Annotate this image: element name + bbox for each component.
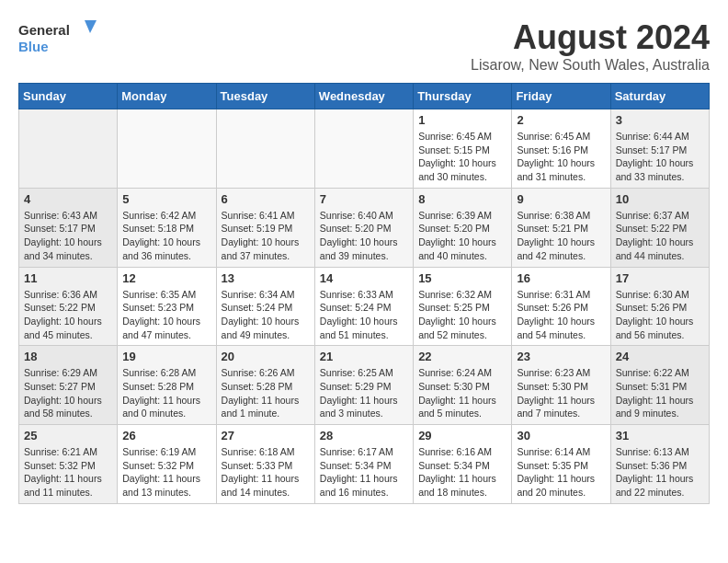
day-number: 17 — [616, 271, 704, 285]
title-section: August 2024 Lisarow, New South Wales, Au… — [471, 18, 710, 74]
subtitle: Lisarow, New South Wales, Australia — [471, 57, 710, 74]
week-row-2: 4Sunrise: 6:43 AMSunset: 5:17 PMDaylight… — [19, 188, 710, 267]
day-content: Sunrise: 6:16 AMSunset: 5:34 PMDaylight:… — [418, 445, 506, 500]
day-number: 29 — [418, 429, 506, 442]
day-number: 23 — [517, 350, 605, 363]
day-content: Sunrise: 6:26 AMSunset: 5:28 PMDaylight:… — [222, 366, 310, 420]
day-number: 2 — [517, 113, 605, 127]
day-content: Sunrise: 6:38 AMSunset: 5:21 PMDaylight:… — [517, 209, 605, 263]
day-number: 31 — [616, 429, 704, 442]
table-cell: 20Sunrise: 6:26 AMSunset: 5:28 PMDayligh… — [216, 346, 314, 425]
table-cell: 27Sunrise: 6:18 AMSunset: 5:33 PMDayligh… — [216, 425, 314, 504]
day-number: 1 — [418, 113, 506, 127]
day-number: 8 — [418, 192, 506, 206]
table-cell: 18Sunrise: 6:29 AMSunset: 5:27 PMDayligh… — [19, 346, 118, 425]
day-number: 16 — [517, 271, 605, 285]
day-number: 21 — [320, 350, 408, 363]
table-cell: 15Sunrise: 6:32 AMSunset: 5:25 PMDayligh… — [414, 267, 512, 346]
table-cell: 12Sunrise: 6:35 AMSunset: 5:23 PMDayligh… — [118, 267, 216, 346]
day-content: Sunrise: 6:13 AMSunset: 5:36 PMDaylight:… — [616, 445, 704, 500]
day-content: Sunrise: 6:40 AMSunset: 5:20 PMDaylight:… — [320, 209, 408, 263]
day-number: 28 — [320, 429, 408, 442]
table-cell: 17Sunrise: 6:30 AMSunset: 5:26 PMDayligh… — [610, 267, 709, 346]
day-content: Sunrise: 6:22 AMSunset: 5:31 PMDaylight:… — [616, 366, 704, 420]
day-number: 25 — [24, 429, 112, 442]
logo: General Blue — [18, 18, 101, 60]
calendar-header: SundayMondayTuesdayWednesdayThursdayFrid… — [19, 84, 710, 109]
day-content: Sunrise: 6:44 AMSunset: 5:17 PMDaylight:… — [616, 130, 704, 184]
week-row-1: 1Sunrise: 6:45 AMSunset: 5:15 PMDaylight… — [19, 109, 710, 189]
day-number: 12 — [122, 271, 210, 285]
day-number: 24 — [616, 350, 704, 363]
day-content: Sunrise: 6:36 AMSunset: 5:22 PMDaylight:… — [24, 288, 112, 342]
svg-marker-2 — [85, 20, 97, 33]
day-number: 7 — [320, 192, 408, 206]
table-cell: 10Sunrise: 6:37 AMSunset: 5:22 PMDayligh… — [610, 188, 709, 267]
day-content: Sunrise: 6:45 AMSunset: 5:16 PMDaylight:… — [517, 130, 605, 184]
day-number: 18 — [24, 350, 112, 363]
table-cell: 1Sunrise: 6:45 AMSunset: 5:15 PMDaylight… — [414, 109, 512, 189]
weekday-header-row: SundayMondayTuesdayWednesdayThursdayFrid… — [19, 84, 710, 109]
calendar-table: SundayMondayTuesdayWednesdayThursdayFrid… — [18, 83, 710, 504]
day-content: Sunrise: 6:39 AMSunset: 5:20 PMDaylight:… — [418, 209, 506, 263]
table-cell: 14Sunrise: 6:33 AMSunset: 5:24 PMDayligh… — [314, 267, 413, 346]
table-cell: 22Sunrise: 6:24 AMSunset: 5:30 PMDayligh… — [414, 346, 512, 425]
day-content: Sunrise: 6:37 AMSunset: 5:22 PMDaylight:… — [616, 209, 704, 263]
day-content: Sunrise: 6:45 AMSunset: 5:15 PMDaylight:… — [418, 130, 506, 184]
day-content: Sunrise: 6:31 AMSunset: 5:26 PMDaylight:… — [517, 288, 605, 342]
day-content: Sunrise: 6:43 AMSunset: 5:17 PMDaylight:… — [24, 209, 112, 263]
weekday-thursday: Thursday — [414, 84, 512, 109]
table-cell — [216, 109, 314, 189]
day-content: Sunrise: 6:21 AMSunset: 5:32 PMDaylight:… — [24, 445, 112, 500]
day-number: 4 — [24, 192, 112, 206]
day-number: 15 — [418, 271, 506, 285]
calendar-body: 1Sunrise: 6:45 AMSunset: 5:15 PMDaylight… — [19, 109, 710, 504]
table-cell: 2Sunrise: 6:45 AMSunset: 5:16 PMDaylight… — [512, 109, 610, 189]
day-content: Sunrise: 6:32 AMSunset: 5:25 PMDaylight:… — [418, 288, 506, 342]
table-cell: 7Sunrise: 6:40 AMSunset: 5:20 PMDaylight… — [314, 188, 413, 267]
day-content: Sunrise: 6:29 AMSunset: 5:27 PMDaylight:… — [24, 366, 112, 420]
day-content: Sunrise: 6:24 AMSunset: 5:30 PMDaylight:… — [418, 366, 506, 420]
day-content: Sunrise: 6:17 AMSunset: 5:34 PMDaylight:… — [320, 445, 408, 500]
day-content: Sunrise: 6:19 AMSunset: 5:32 PMDaylight:… — [122, 445, 210, 500]
table-cell: 11Sunrise: 6:36 AMSunset: 5:22 PMDayligh… — [19, 267, 118, 346]
day-content: Sunrise: 6:41 AMSunset: 5:19 PMDaylight:… — [222, 209, 310, 263]
table-cell: 8Sunrise: 6:39 AMSunset: 5:20 PMDaylight… — [414, 188, 512, 267]
day-number: 20 — [222, 350, 310, 363]
day-content: Sunrise: 6:28 AMSunset: 5:28 PMDaylight:… — [122, 366, 210, 420]
day-content: Sunrise: 6:25 AMSunset: 5:29 PMDaylight:… — [320, 366, 408, 420]
logo-svg: General Blue — [18, 18, 101, 60]
weekday-monday: Monday — [118, 84, 216, 109]
day-number: 26 — [122, 429, 210, 442]
table-cell: 16Sunrise: 6:31 AMSunset: 5:26 PMDayligh… — [512, 267, 610, 346]
table-cell: 9Sunrise: 6:38 AMSunset: 5:21 PMDaylight… — [512, 188, 610, 267]
day-content: Sunrise: 6:14 AMSunset: 5:35 PMDaylight:… — [517, 445, 605, 500]
day-content: Sunrise: 6:23 AMSunset: 5:30 PMDaylight:… — [517, 366, 605, 420]
table-cell: 19Sunrise: 6:28 AMSunset: 5:28 PMDayligh… — [118, 346, 216, 425]
week-row-5: 25Sunrise: 6:21 AMSunset: 5:32 PMDayligh… — [19, 425, 710, 504]
week-row-3: 11Sunrise: 6:36 AMSunset: 5:22 PMDayligh… — [19, 267, 710, 346]
day-number: 6 — [222, 192, 310, 206]
day-content: Sunrise: 6:33 AMSunset: 5:24 PMDaylight:… — [320, 288, 408, 342]
day-number: 9 — [517, 192, 605, 206]
table-cell: 26Sunrise: 6:19 AMSunset: 5:32 PMDayligh… — [118, 425, 216, 504]
table-cell: 23Sunrise: 6:23 AMSunset: 5:30 PMDayligh… — [512, 346, 610, 425]
table-cell — [19, 109, 118, 189]
day-number: 10 — [616, 192, 704, 206]
weekday-friday: Friday — [512, 84, 610, 109]
day-number: 30 — [517, 429, 605, 442]
day-content: Sunrise: 6:18 AMSunset: 5:33 PMDaylight:… — [222, 445, 310, 500]
table-cell — [314, 109, 413, 189]
day-number: 19 — [122, 350, 210, 363]
weekday-saturday: Saturday — [610, 84, 709, 109]
day-number: 22 — [418, 350, 506, 363]
weekday-tuesday: Tuesday — [216, 84, 314, 109]
svg-text:General: General — [18, 22, 70, 38]
table-cell: 13Sunrise: 6:34 AMSunset: 5:24 PMDayligh… — [216, 267, 314, 346]
day-number: 11 — [24, 271, 112, 285]
table-cell: 3Sunrise: 6:44 AMSunset: 5:17 PMDaylight… — [610, 109, 709, 189]
table-cell: 31Sunrise: 6:13 AMSunset: 5:36 PMDayligh… — [610, 425, 709, 504]
week-row-4: 18Sunrise: 6:29 AMSunset: 5:27 PMDayligh… — [19, 346, 710, 425]
table-cell: 29Sunrise: 6:16 AMSunset: 5:34 PMDayligh… — [414, 425, 512, 504]
table-cell: 28Sunrise: 6:17 AMSunset: 5:34 PMDayligh… — [314, 425, 413, 504]
